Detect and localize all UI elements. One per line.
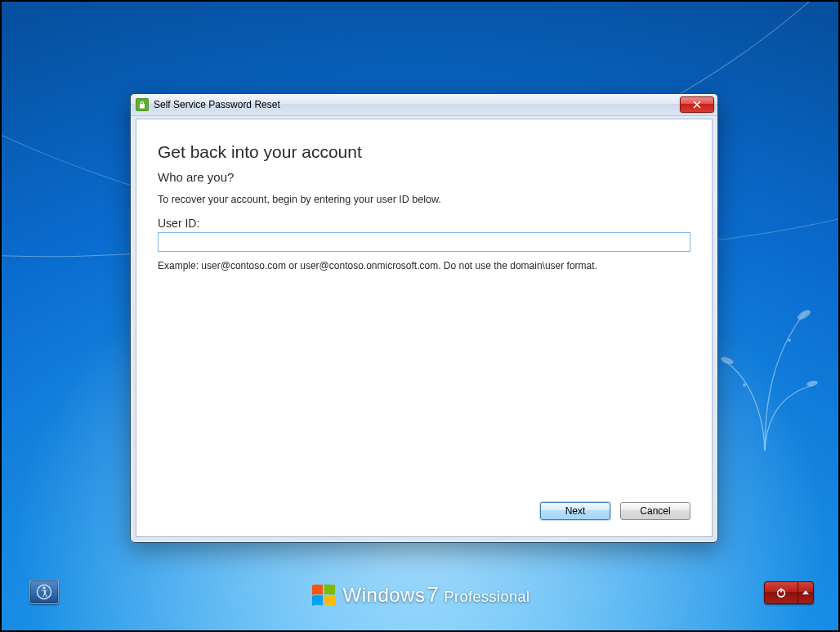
window-title: Self Service Password Reset bbox=[154, 99, 680, 110]
example-hint: Example: user@contoso.com or user@contos… bbox=[158, 260, 690, 271]
password-reset-dialog: Self Service Password Reset Get back int… bbox=[130, 93, 718, 543]
power-options-button[interactable] bbox=[798, 581, 814, 604]
lock-icon bbox=[136, 98, 149, 111]
svg-point-6 bbox=[42, 587, 45, 589]
svg-point-4 bbox=[743, 383, 746, 387]
svg-point-2 bbox=[806, 380, 819, 387]
brand-edition: Professional bbox=[444, 589, 529, 605]
dialog-body: Get back into your account Who are you? … bbox=[136, 119, 713, 537]
page-heading: Get back into your account bbox=[158, 142, 690, 162]
windows-branding: Windows7Professional bbox=[2, 582, 838, 607]
cancel-button[interactable]: Cancel bbox=[620, 502, 690, 520]
decorative-plant bbox=[699, 287, 830, 450]
button-row: Next Cancel bbox=[158, 502, 690, 523]
svg-point-0 bbox=[796, 308, 812, 321]
next-button[interactable]: Next bbox=[540, 502, 610, 520]
windows-logo-icon bbox=[311, 583, 337, 607]
brand-version: 7 bbox=[427, 582, 439, 607]
titlebar: Self Service Password Reset bbox=[131, 94, 717, 116]
svg-point-3 bbox=[788, 338, 791, 342]
page-subheading: Who are you? bbox=[158, 170, 690, 184]
power-button-group bbox=[764, 581, 814, 604]
user-id-label: User ID: bbox=[158, 217, 690, 230]
ease-of-access-button[interactable] bbox=[29, 580, 59, 604]
close-button[interactable] bbox=[680, 96, 714, 113]
login-screen: Self Service Password Reset Get back int… bbox=[2, 2, 838, 630]
power-button[interactable] bbox=[764, 581, 798, 604]
svg-point-1 bbox=[720, 356, 734, 365]
brand-product: Windows bbox=[343, 584, 426, 606]
svg-rect-8 bbox=[780, 589, 782, 593]
instruction-text: To recover your account, begin by enteri… bbox=[158, 194, 690, 205]
user-id-input[interactable] bbox=[158, 232, 690, 252]
